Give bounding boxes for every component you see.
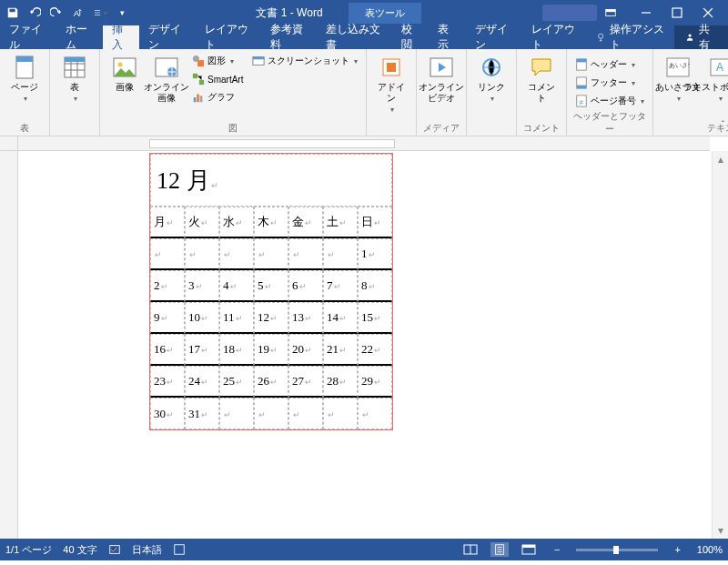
tab-home[interactable]: ホーム [56,25,103,49]
online-pictures-button[interactable]: オンライン 画像 [147,51,186,107]
calendar-cell[interactable]: 5 [254,270,288,302]
calendar-cell[interactable] [288,238,323,270]
language-indicator[interactable]: 日本語 [132,543,162,557]
word-count[interactable]: 40 文字 [63,543,96,557]
greeting-button[interactable]: あいさつあいさつ文 [659,51,697,107]
calendar-cell[interactable]: 31 [185,398,219,429]
calendar-cell[interactable]: 9 [150,302,185,334]
tab-review[interactable]: 校閲 [392,25,430,49]
chart-button[interactable]: グラフ [189,89,246,106]
pictures-button[interactable]: 画像 [106,51,144,96]
calendar-cell[interactable]: 8 [358,270,392,302]
share-button[interactable]: 共有 [674,25,728,49]
calendar-cell[interactable]: 24 [185,366,219,398]
calendar-cell[interactable]: 20 [288,334,323,366]
calendar-cell[interactable]: 16 [150,334,185,366]
calendar-cell[interactable]: 3 [185,270,219,302]
screenshot-button[interactable]: スクリーンショット [249,53,360,69]
calendar-cell[interactable]: 25 [219,366,254,398]
table-button[interactable]: 表 [56,51,94,107]
calendar-cell[interactable]: 15 [358,302,392,334]
tab-file[interactable]: ファイル [0,25,56,49]
read-mode-icon[interactable] [461,542,480,557]
addins-button[interactable]: アドイン [372,51,410,118]
day-header[interactable]: 火 [185,207,219,238]
calendar-cell[interactable] [150,238,185,270]
calendar-cell[interactable]: 17 [185,334,219,366]
save-icon[interactable] [5,5,20,20]
qat-customize-icon[interactable]: ▾ [115,5,129,20]
vertical-scrollbar[interactable]: ▴ ▾ [712,151,728,539]
zoom-in-button[interactable]: + [669,544,685,555]
shapes-button[interactable]: 図形 [189,53,246,69]
spellcheck-icon[interactable] [108,543,121,556]
web-layout-icon[interactable] [520,542,538,557]
textbox-button[interactable]: Aテキストボックス [701,51,728,107]
calendar-cell[interactable]: 29 [358,366,392,398]
day-header[interactable]: 月 [150,207,185,238]
ruler-vertical[interactable] [0,151,18,539]
tab-design[interactable]: デザイン [139,25,196,49]
calendar-cell[interactable]: 6 [288,270,323,302]
print-layout-icon[interactable] [490,542,509,557]
calendar-cell[interactable]: 4 [219,270,254,302]
day-header[interactable]: 日 [358,207,392,238]
calendar-cell[interactable]: 30 [150,398,185,429]
tab-view[interactable]: 表示 [429,25,466,49]
tab-layout[interactable]: レイアウト [196,25,261,49]
page-indicator[interactable]: 1/1 ページ [5,543,52,557]
tab-table-design[interactable]: デザイン [466,25,522,49]
comment-button[interactable]: コメント [522,51,561,107]
calendar-cell[interactable]: 12 [254,302,288,334]
undo-icon[interactable] [27,5,42,20]
minimize-icon[interactable] [637,4,655,22]
list-icon[interactable] [93,5,107,20]
pages-button[interactable]: ページ [5,51,44,107]
online-video-button[interactable]: オンライン ビデオ [422,51,460,107]
calendar-cell[interactable] [323,238,358,270]
maximize-icon[interactable] [668,4,686,22]
calendar-cell[interactable]: 26 [254,366,288,398]
day-header[interactable]: 木 [254,207,288,238]
tab-references[interactable]: 参考資料 [261,25,318,49]
calendar-cell[interactable]: 28 [323,366,358,398]
page-area[interactable]: 12 月 月 火 水 木 金 土 日 123456789101112131415… [18,151,710,539]
smartart-button[interactable]: SmartArt [189,71,246,87]
calendar-cell[interactable] [288,398,323,429]
accessibility-icon[interactable] [173,543,186,556]
header-button[interactable]: ヘッダー [572,56,647,73]
calendar-title-cell[interactable]: 12 月 [150,154,392,207]
calendar-cell[interactable]: 2 [150,270,185,302]
tab-table-layout[interactable]: レイアウト [522,25,588,49]
page-number-button[interactable]: #ページ番号 [572,93,647,109]
collapse-ribbon-icon[interactable]: ˆ [722,120,724,130]
day-header[interactable]: 土 [323,207,358,238]
calendar-cell[interactable]: 23 [150,366,185,398]
calendar-cell[interactable]: 19 [254,334,288,366]
footer-button[interactable]: フッター [572,75,647,91]
calendar-cell[interactable] [254,238,288,270]
calendar-cell[interactable]: 13 [288,302,323,334]
calendar-cell[interactable]: 11 [219,302,254,334]
ribbon-display-icon[interactable] [604,6,617,19]
redo-icon[interactable] [49,5,64,20]
day-header[interactable]: 水 [219,207,254,238]
calendar-cell[interactable] [254,398,288,429]
calendar-cell[interactable] [219,398,254,429]
calendar-cell[interactable] [185,238,219,270]
tab-insert[interactable]: 挿入 [103,25,140,49]
tab-mailings[interactable]: 差し込み文書 [317,25,391,49]
calendar-cell[interactable]: 10 [185,302,219,334]
links-button[interactable]: リンク [472,51,511,107]
zoom-slider[interactable] [576,549,658,551]
calendar-cell[interactable]: 18 [219,334,254,366]
close-icon[interactable] [699,4,717,22]
calendar-cell[interactable] [358,398,392,429]
calendar-cell[interactable]: 14 [323,302,358,334]
zoom-level[interactable]: 100% [697,544,723,555]
calendar-cell[interactable] [323,398,358,429]
calendar-cell[interactable]: 7 [323,270,358,302]
zoom-out-button[interactable]: − [549,544,565,555]
calendar-table[interactable]: 12 月 月 火 水 木 金 土 日 123456789101112131415… [149,153,393,430]
calendar-cell[interactable]: 21 [323,334,358,366]
